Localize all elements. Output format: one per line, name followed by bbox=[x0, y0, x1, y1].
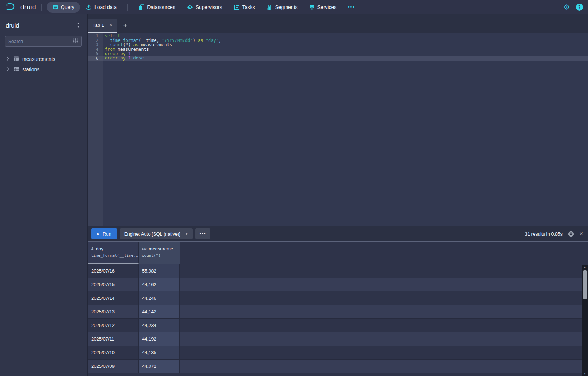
column-expression: time_format(__time,… bbox=[91, 253, 138, 258]
table-row: 2025/07/1244,234 bbox=[88, 319, 588, 332]
line-number: 4 bbox=[88, 47, 103, 52]
table-row: 2025/07/1444,246 bbox=[88, 291, 588, 305]
download-results-icon[interactable] bbox=[568, 231, 574, 237]
table-row: 2025/07/1655,982 bbox=[88, 264, 588, 278]
brand-wordmark: druid bbox=[20, 3, 36, 11]
cell-measurements[interactable]: 55,982 bbox=[139, 264, 180, 278]
nav-label: Tasks bbox=[242, 4, 255, 10]
cell-measurements[interactable]: 44,246 bbox=[139, 291, 180, 305]
run-button[interactable]: ▶ Run bbox=[91, 228, 117, 239]
nav-query[interactable]: Query bbox=[47, 2, 80, 13]
help-icon[interactable]: ? bbox=[576, 4, 583, 11]
sidebar-header: druid bbox=[6, 22, 81, 29]
code-line-3[interactable]: 3 count(*) as measurements bbox=[88, 43, 588, 47]
cell-day[interactable]: 2025/07/11 bbox=[88, 332, 139, 346]
nav-more[interactable]: ••• bbox=[342, 2, 361, 13]
nav-label: Segments bbox=[275, 4, 297, 10]
vertical-scrollbar[interactable]: ▲ ▼ bbox=[582, 265, 588, 376]
column-name: day bbox=[96, 246, 103, 251]
table-row: 2025/07/1544,162 bbox=[88, 278, 588, 291]
code-line-5[interactable]: 5group by 1 bbox=[88, 52, 588, 56]
results-header: Adaytime_format(__time,…123measureme...c… bbox=[88, 242, 588, 264]
run-more-button[interactable]: ••• bbox=[195, 228, 211, 239]
cell-day[interactable]: 2025/07/12 bbox=[88, 319, 139, 332]
load-data-icon bbox=[86, 4, 92, 10]
chevron-down-icon: ▼ bbox=[185, 232, 188, 236]
cell-day[interactable]: 2025/07/09 bbox=[88, 360, 139, 373]
cell-measurements[interactable]: 44,192 bbox=[139, 332, 180, 346]
nav-load-data[interactable]: Load data bbox=[80, 2, 122, 13]
line-content: from measurements bbox=[103, 47, 588, 52]
nav-label: Query bbox=[61, 4, 74, 10]
chevron-right-icon[interactable] bbox=[6, 67, 10, 72]
query-icon bbox=[52, 4, 58, 10]
line-number: 2 bbox=[88, 38, 103, 43]
editor-gutter bbox=[88, 33, 103, 226]
code-line-4[interactable]: 4from measurements bbox=[88, 47, 588, 52]
scrollbar-thumb[interactable] bbox=[583, 270, 587, 299]
column-expression: count(*) bbox=[142, 253, 180, 258]
table-row: 2025/07/1344,142 bbox=[88, 305, 588, 319]
nav-datasources[interactable]: Datasources bbox=[133, 2, 181, 13]
cell-day[interactable]: 2025/07/15 bbox=[88, 278, 139, 291]
run-status: 31 results in 0.85s × bbox=[525, 230, 584, 237]
cell-day[interactable]: 2025/07/13 bbox=[88, 305, 139, 318]
nav-label: Services bbox=[317, 4, 337, 10]
column-header-measureme[interactable]: 123measureme...count(*) bbox=[139, 242, 180, 264]
cell-measurements[interactable]: 44,135 bbox=[139, 346, 180, 359]
close-results-icon[interactable]: × bbox=[579, 230, 583, 237]
table-icon bbox=[13, 56, 19, 62]
segments-icon bbox=[266, 4, 272, 10]
tasks-icon bbox=[234, 4, 239, 10]
druid-logo-icon bbox=[5, 2, 17, 12]
column-header-day[interactable]: Adaytime_format(__time,… bbox=[88, 242, 139, 264]
code-line-6[interactable]: 6order by 1 desc bbox=[88, 56, 588, 61]
scroll-up-icon[interactable]: ▲ bbox=[584, 265, 586, 269]
nav-tasks[interactable]: Tasks bbox=[228, 2, 261, 13]
schema-title: druid bbox=[6, 22, 19, 29]
table-row: 2025/07/1044,135 bbox=[88, 346, 588, 360]
column-type-icon: 123 bbox=[142, 247, 146, 250]
new-tab-button[interactable]: + bbox=[117, 21, 133, 30]
nav-segments[interactable]: Segments bbox=[261, 2, 303, 13]
line-content: order by 1 desc bbox=[103, 56, 588, 61]
scroll-down-icon[interactable]: ▼ bbox=[584, 371, 586, 376]
table-row: 2025/07/0944,072 bbox=[88, 360, 588, 373]
cell-day[interactable]: 2025/07/14 bbox=[88, 291, 139, 305]
top-nav: QueryLoad dataDatasourcesSupervisorsTask… bbox=[47, 0, 361, 14]
druid-console: druid QueryLoad dataDatasourcesSuperviso… bbox=[0, 0, 588, 376]
filter-sliders-icon[interactable] bbox=[73, 38, 78, 45]
close-tab-icon[interactable]: × bbox=[109, 22, 112, 28]
double-caret-vertical-icon[interactable] bbox=[76, 22, 81, 29]
datasource-tree: measurementsstations bbox=[5, 54, 82, 74]
sidebar-item-measurements[interactable]: measurements bbox=[5, 54, 82, 64]
search-input[interactable] bbox=[8, 39, 73, 44]
engine-select[interactable]: Engine: Auto [SQL (native)] ▼ bbox=[120, 228, 193, 239]
sidebar-item-stations[interactable]: stations bbox=[5, 64, 82, 74]
tab-bar: Tab 1 × + bbox=[88, 14, 588, 33]
line-number: 1 bbox=[88, 34, 103, 38]
cell-day[interactable]: 2025/07/16 bbox=[88, 264, 139, 278]
column-name: measureme... bbox=[149, 246, 177, 251]
services-icon bbox=[309, 4, 315, 10]
cell-measurements[interactable]: 44,142 bbox=[139, 305, 180, 318]
cell-measurements[interactable]: 44,234 bbox=[139, 319, 180, 332]
line-number: 3 bbox=[88, 43, 103, 47]
body: druid measurementss bbox=[0, 14, 588, 376]
sql-editor[interactable]: 1select2 time_format(__time, 'YYYY/MM/dd… bbox=[88, 33, 588, 226]
nav-supervisors[interactable]: Supervisors bbox=[181, 2, 228, 13]
cell-measurements[interactable]: 44,162 bbox=[139, 278, 180, 291]
topbar: druid QueryLoad dataDatasourcesSuperviso… bbox=[0, 0, 588, 14]
brand: druid bbox=[5, 2, 36, 12]
settings-gear-icon[interactable]: ⚙ bbox=[563, 3, 570, 11]
tab-1[interactable]: Tab 1 × bbox=[88, 19, 117, 32]
text-caret bbox=[144, 57, 144, 61]
tab-label: Tab 1 bbox=[93, 23, 104, 28]
nav-services[interactable]: Services bbox=[303, 2, 342, 13]
results-status-text: 31 results in 0.85s bbox=[525, 231, 563, 237]
datasources-icon bbox=[139, 4, 144, 10]
chevron-right-icon[interactable] bbox=[6, 56, 10, 62]
cell-measurements[interactable]: 44,072 bbox=[139, 360, 180, 373]
line-content: time_format(__time, 'YYYY/MM/dd') as "da… bbox=[103, 38, 588, 43]
cell-day[interactable]: 2025/07/10 bbox=[88, 346, 139, 359]
